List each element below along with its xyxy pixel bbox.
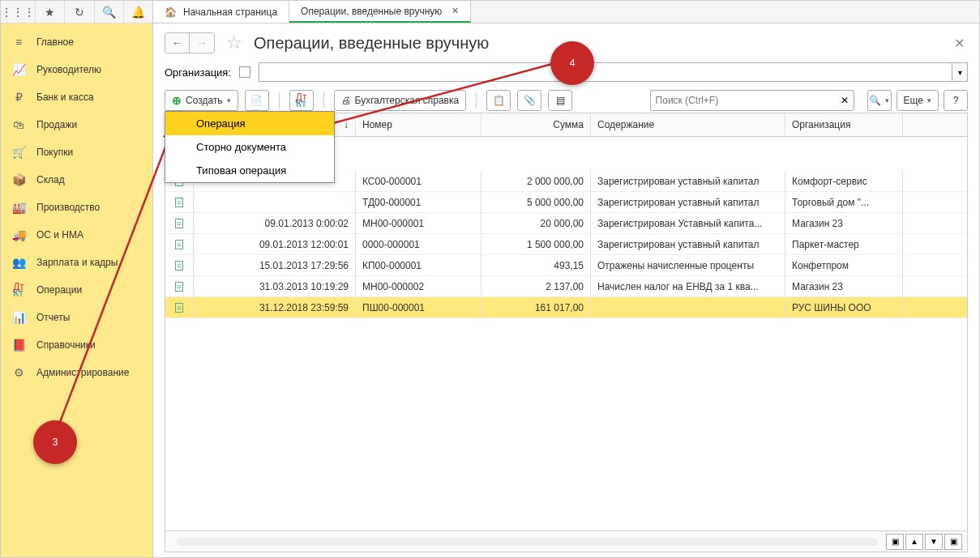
cell-desc: Зарегистрирован уставный капитал	[591, 171, 785, 191]
cell-last	[903, 255, 967, 275]
nav-last[interactable]: ▣	[944, 534, 962, 550]
close-page-button[interactable]: ✕	[951, 32, 968, 54]
table-row[interactable]: ≡31.03.2013 10:19:29МН00-0000022 137,00Н…	[165, 276, 967, 297]
table-row[interactable]: ≡09.01.2013 12:00:010000-0000011 500 000…	[165, 234, 967, 255]
table-row[interactable]: ≡15.01.2013 17:29:56КП00-000001493,15Отр…	[165, 255, 967, 276]
people-icon: 👥	[12, 256, 25, 269]
cell-sum: 5 000 000,00	[481, 192, 591, 212]
apps-icon[interactable]: ⋮⋮⋮	[1, 1, 36, 23]
cell-last	[903, 192, 967, 212]
table-row[interactable]: ≡ТД00-0000015 000 000,00Зарегистрирован …	[165, 192, 967, 213]
sidebar: ⋮⋮⋮ ★ ↻ 🔍 🔔 ≡Главное 📈Руководителю ₽Банк…	[1, 1, 153, 557]
content: ← → ☆ Операции, введенные вручную ✕ Орга…	[153, 23, 979, 557]
favorite-button[interactable]: ☆	[223, 32, 246, 54]
table-row[interactable]: ≡31.12.2018 23:59:59ПШ00-000001161 017,0…	[165, 297, 967, 318]
org-label: Организация:	[165, 66, 231, 79]
dropdown-item-template[interactable]: Типовая операция	[165, 159, 334, 182]
document-icon: ≡	[175, 282, 182, 292]
separator	[279, 92, 280, 109]
cell-last	[903, 171, 967, 191]
dtkt-button[interactable]: ДтКт	[289, 90, 314, 111]
nav-sales[interactable]: 🛍Продажи	[1, 111, 152, 138]
forward-button[interactable]: →	[190, 33, 214, 53]
nav-label: Продажи	[36, 119, 77, 130]
cell-date: 31.03.2013 10:19:29	[194, 276, 356, 296]
nav-label: Покупки	[36, 147, 73, 158]
nav-admin[interactable]: ⚙Администрирование	[1, 359, 152, 386]
nav-ops[interactable]: ДтКтОперации	[1, 276, 152, 304]
nav-down[interactable]: ▼	[925, 534, 943, 550]
nav-refs[interactable]: 📕Справочники	[1, 331, 152, 359]
cell-date: 15.01.2013 17:29:56	[194, 255, 356, 275]
close-icon[interactable]: ✕	[451, 6, 459, 16]
back-button[interactable]: ←	[165, 33, 190, 53]
nav-stock[interactable]: 📦Склад	[1, 166, 152, 194]
nav-label: Отчеты	[36, 312, 70, 323]
nav-prod[interactable]: 🏭Производство	[1, 194, 152, 221]
more-button[interactable]: Еще ▾	[897, 90, 939, 111]
cart-icon: 🛒	[12, 146, 25, 159]
main: 🏠 Начальная страница Операции, введенные…	[153, 1, 979, 557]
nav-label: Администрирование	[36, 367, 129, 378]
nav-reports[interactable]: 📊Отчеты	[1, 304, 152, 331]
nav-bank[interactable]: ₽Банк и касса	[1, 83, 152, 111]
nav-up[interactable]: ▲	[905, 534, 923, 550]
chevron-down-icon[interactable]: ▾	[952, 62, 968, 82]
plus-icon: ⊕	[172, 94, 182, 107]
tab-operations[interactable]: Операции, введенные вручную ✕	[289, 1, 471, 23]
dropdown-item-storno[interactable]: Сторно документа	[165, 135, 334, 159]
col-last[interactable]	[903, 113, 967, 136]
gear-icon: ⚙	[12, 366, 25, 379]
org-input[interactable]	[259, 62, 952, 82]
find-button[interactable]: 🔍▾	[867, 90, 892, 111]
col-desc[interactable]: Содержание	[591, 113, 785, 136]
cell-org: РУС ШИНЫ ООО	[785, 297, 903, 317]
history-icon[interactable]: ↻	[65, 1, 94, 23]
favorite-icon[interactable]: ★	[36, 1, 65, 23]
org-checkbox[interactable]	[239, 66, 250, 78]
list-button[interactable]: ▤	[548, 90, 572, 111]
home-icon: 🏠	[165, 6, 177, 18]
toolbar-right: 🔍▾ Еще ▾ ?	[867, 90, 968, 111]
table-row[interactable]: ≡09.01.2013 0:00:02МН00-00000120 000,00З…	[165, 213, 967, 234]
cell-desc: Зарегистрирован уставный капитал	[591, 192, 785, 212]
attach-button[interactable]: 📎	[517, 90, 541, 111]
document-icon: ≡	[175, 219, 182, 228]
search-input[interactable]	[650, 90, 837, 111]
help-button[interactable]: ?	[944, 90, 968, 111]
clipboard-button[interactable]: 📋	[486, 90, 511, 111]
nav-hr[interactable]: 👥Зарплата и кадры	[1, 249, 152, 276]
tab-home[interactable]: 🏠 Начальная страница	[153, 1, 289, 23]
print-button[interactable]: 🖨 Бухгалтерская справка	[334, 90, 467, 111]
col-sum[interactable]: Сумма	[481, 113, 591, 136]
create-button[interactable]: ⊕ Создать ▾	[165, 90, 238, 111]
row-icon: ≡	[165, 192, 194, 212]
nav-assets[interactable]: 🚚ОС и НМА	[1, 221, 152, 249]
search-icon[interactable]: 🔍	[95, 1, 124, 23]
nav-manager[interactable]: 📈Руководителю	[1, 56, 152, 83]
nav-label: Склад	[36, 174, 65, 185]
row-icon: ≡	[165, 276, 194, 296]
search-box: ✕	[650, 90, 854, 111]
notify-icon[interactable]: 🔔	[124, 1, 152, 23]
cell-date: 09.01.2013 0:00:02	[194, 213, 356, 233]
cell-desc: Зарегистрирован уставный капитал	[591, 234, 785, 254]
nav-purchase[interactable]: 🛒Покупки	[1, 138, 152, 166]
clear-search-icon[interactable]: ✕	[837, 90, 854, 111]
cell-org: Комфорт-сервис	[785, 171, 903, 191]
document-icon: ≡	[175, 240, 182, 249]
dropdown-item-operation[interactable]: Операция	[165, 112, 334, 135]
nav-label: Главное	[36, 36, 74, 48]
nav-main[interactable]: ≡Главное	[1, 28, 152, 56]
cell-num: КП00-000001	[356, 255, 481, 275]
nav-first[interactable]: ▣	[886, 534, 904, 550]
separator	[323, 92, 324, 109]
titlebar: ← → ☆ Операции, введенные вручную ✕	[165, 32, 968, 54]
h-scrollbar[interactable]	[177, 538, 878, 546]
bag-icon: 🛍	[12, 118, 25, 131]
copy-button[interactable]: 📄	[245, 90, 269, 111]
cell-last	[903, 297, 967, 317]
row-icon: ≡	[165, 234, 194, 254]
col-num[interactable]: Номер	[356, 113, 481, 136]
col-org[interactable]: Организация	[785, 113, 903, 136]
